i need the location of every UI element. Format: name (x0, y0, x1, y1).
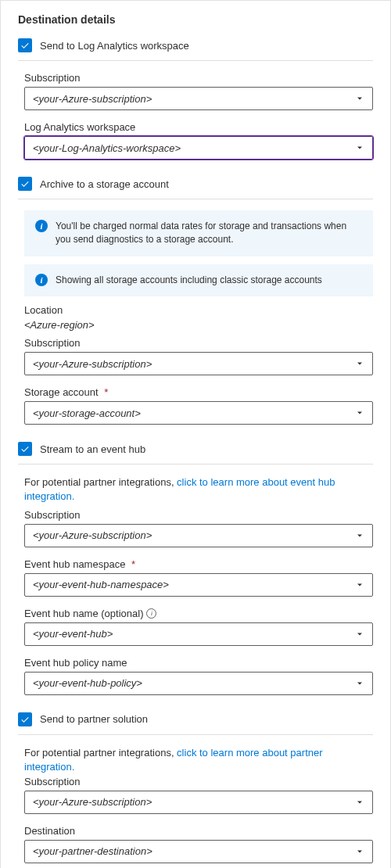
eh-policy-value: <your-event-hub-policy> (33, 677, 142, 689)
eventhub-intro-text: For potential partner integrations, (24, 476, 177, 488)
eh-policy-select[interactable]: <your-event-hub-policy> (24, 672, 373, 695)
chevron-down-icon (355, 580, 364, 590)
la-workspace-field: Log Analytics workspace <your-Log-Analyt… (24, 121, 373, 160)
storage-info-accounts: i Showing all storage accounts including… (24, 264, 373, 296)
chevron-down-icon (355, 531, 364, 540)
partner-destination-label: Destination (24, 825, 373, 837)
info-icon: i (35, 274, 48, 286)
check-icon (20, 41, 30, 50)
storage-subscription-label: Subscription (24, 337, 373, 349)
info-icon[interactable]: i (146, 608, 156, 619)
log-analytics-section: Subscription <your-Azure-subscription> L… (18, 61, 373, 177)
la-subscription-select[interactable]: <your-Azure-subscription> (24, 87, 373, 110)
chevron-down-icon (355, 679, 364, 688)
check-icon (20, 179, 30, 188)
storage-info-accounts-text: Showing all storage accounts including c… (56, 274, 322, 287)
eh-policy-label: Event hub policy name (24, 657, 373, 669)
storage-subscription-select[interactable]: <your-Azure-subscription> (24, 352, 373, 375)
required-indicator: * (128, 558, 135, 570)
required-indicator: * (102, 386, 109, 398)
storage-checkbox-row[interactable]: Archive to a storage account (18, 177, 373, 191)
eh-subscription-label: Subscription (24, 509, 373, 521)
storage-checkbox[interactable] (18, 177, 32, 191)
partner-subscription-field: Subscription <your-Azure-subscription> (24, 776, 373, 814)
la-workspace-value: <your-Log-Analytics-workspace> (33, 142, 181, 154)
eh-name-label: Event hub name (optional) i (24, 608, 373, 619)
eh-name-field: Event hub name (optional) i <your-event-… (24, 608, 373, 646)
check-icon (20, 444, 30, 454)
partner-checkbox-row[interactable]: Send to partner solution (18, 712, 373, 726)
partner-subscription-value: <your-Azure-subscription> (33, 796, 152, 808)
eh-subscription-select[interactable]: <your-Azure-subscription> (24, 524, 373, 547)
chevron-down-icon (355, 143, 364, 152)
partner-subscription-select[interactable]: <your-Azure-subscription> (24, 791, 373, 814)
storage-location-value: <Azure-region> (24, 319, 373, 331)
log-analytics-checkbox[interactable] (18, 38, 32, 52)
chevron-down-icon (355, 408, 364, 418)
storage-account-value: <your-storage-account> (33, 407, 141, 419)
storage-subscription-field: Subscription <your-Azure-subscription> (24, 337, 373, 375)
partner-section: For potential partner integrations, clic… (18, 735, 373, 868)
eh-name-select[interactable]: <your-event-hub> (24, 622, 373, 646)
chevron-down-icon (355, 94, 364, 103)
chevron-down-icon (355, 359, 364, 368)
storage-account-label: Storage account * (24, 386, 373, 398)
eh-namespace-value: <your-event-hub-namespace> (33, 579, 169, 590)
section-heading: Destination details (18, 13, 373, 26)
eventhub-label: Stream to an event hub (40, 443, 145, 455)
eventhub-checkbox[interactable] (18, 442, 32, 456)
la-workspace-label: Log Analytics workspace (24, 121, 373, 133)
eh-subscription-field: Subscription <your-Azure-subscription> (24, 509, 373, 547)
partner-checkbox[interactable] (18, 712, 32, 726)
eventhub-intro: For potential partner integrations, clic… (24, 475, 373, 504)
eh-namespace-field: Event hub namespace * <your-event-hub-na… (24, 558, 373, 597)
storage-label: Archive to a storage account (40, 178, 169, 190)
eh-subscription-value: <your-Azure-subscription> (33, 529, 152, 541)
storage-info-charges: i You'll be charged normal data rates fo… (24, 210, 373, 256)
eh-policy-field: Event hub policy name <your-event-hub-po… (24, 657, 373, 695)
log-analytics-checkbox-row[interactable]: Send to Log Analytics workspace (18, 38, 373, 52)
storage-info-charges-text: You'll be charged normal data rates for … (56, 220, 362, 247)
la-subscription-value: <your-Azure-subscription> (33, 93, 152, 105)
la-subscription-field: Subscription <your-Azure-subscription> (24, 72, 373, 110)
chevron-down-icon (355, 798, 364, 807)
chevron-down-icon (355, 629, 364, 639)
eventhub-checkbox-row[interactable]: Stream to an event hub (18, 442, 373, 456)
storage-location-label: Location (24, 304, 373, 316)
storage-account-select[interactable]: <your-storage-account> (24, 401, 373, 425)
eh-namespace-label: Event hub namespace * (24, 558, 373, 570)
eventhub-section: For potential partner integrations, clic… (18, 464, 373, 712)
partner-intro: For potential partner integrations, clic… (24, 746, 373, 774)
partner-intro-text: For potential partner integrations, (24, 747, 177, 759)
storage-account-field: Storage account * <your-storage-account> (24, 386, 373, 425)
storage-subscription-value: <your-Azure-subscription> (33, 358, 152, 370)
la-workspace-select[interactable]: <your-Log-Analytics-workspace> (24, 136, 373, 160)
partner-label: Send to partner solution (40, 713, 148, 725)
partner-destination-field: Destination <your-partner-destination> (24, 825, 373, 863)
check-icon (20, 715, 30, 724)
log-analytics-label: Send to Log Analytics workspace (40, 40, 189, 52)
storage-section: i You'll be charged normal data rates fo… (18, 199, 373, 442)
partner-destination-value: <your-partner-destination> (33, 845, 152, 857)
storage-location-field: Location <Azure-region> (24, 304, 373, 331)
partner-subscription-label: Subscription (24, 776, 373, 787)
partner-destination-select[interactable]: <your-partner-destination> (24, 840, 373, 863)
la-subscription-label: Subscription (24, 72, 373, 84)
chevron-down-icon (355, 847, 364, 856)
eh-namespace-select[interactable]: <your-event-hub-namespace> (24, 573, 373, 597)
eh-name-value: <your-event-hub> (33, 628, 113, 640)
info-icon: i (35, 220, 48, 232)
